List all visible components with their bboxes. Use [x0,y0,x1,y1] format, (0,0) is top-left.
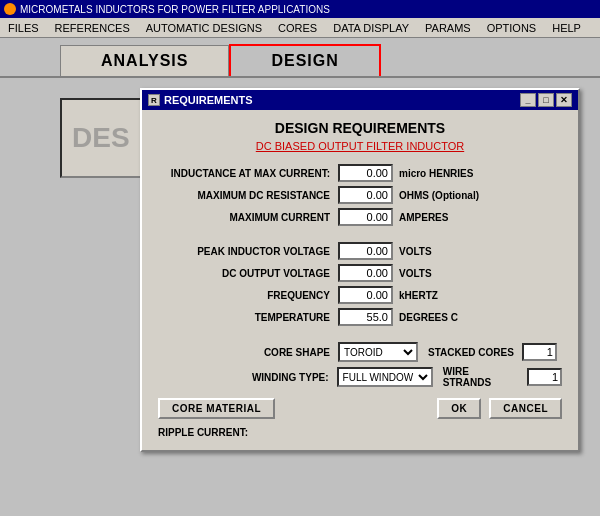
label-core-shape: CORE SHAPE [158,347,338,358]
label-dc-resistance: MAXIMUM DC RESISTANCE [158,190,338,201]
input-max-current[interactable] [338,208,393,226]
dialog-heading: DESIGN REQUIREMENTS [158,120,562,136]
ripple-current-row: RIPPLE CURRENT: [158,427,562,438]
label-dc-output-voltage: DC OUTPUT VOLTAGE [158,268,338,279]
menu-bar: FILES REFERENCES AUTOMATIC DESIGNS CORES… [0,18,600,38]
spacer1 [158,230,562,242]
stacked-cores-group: STACKED CORES [428,343,557,361]
label-max-current: MAXIMUM CURRENT [158,212,338,223]
menu-help[interactable]: HELP [544,20,589,36]
requirements-dialog: R REQUIREMENTS _ □ ✕ DESIGN REQUIREMENTS… [140,88,580,452]
label-frequency: FREQUENCY [158,290,338,301]
field-frequency: FREQUENCY kHERTZ [158,286,562,304]
select-winding-type[interactable]: FULL WINDOW HALF WINDOW [337,367,433,387]
select-core-shape[interactable]: TOROID EE EC ETD RM POT [338,342,418,362]
label-winding-type: WINDING TYPE: [158,372,337,383]
input-dc-resistance[interactable] [338,186,393,204]
input-stacked-cores[interactable] [522,343,557,361]
dialog-content: DESIGN REQUIREMENTS DC BIASED OUTPUT FIL… [142,110,578,450]
input-temperature[interactable] [338,308,393,326]
close-button[interactable]: ✕ [556,93,572,107]
label-stacked-cores: STACKED CORES [428,347,514,358]
input-dc-output-voltage[interactable] [338,264,393,282]
minimize-button[interactable]: _ [520,93,536,107]
app-title: MICROMETALS INDUCTORS FOR POWER FILTER A… [20,4,330,15]
dialog-controls: _ □ ✕ [520,93,572,107]
dialog-title-left: R REQUIREMENTS [148,94,253,106]
dialog-title: REQUIREMENTS [164,94,253,106]
menu-automatic-designs[interactable]: AUTOMATIC DESIGNS [138,20,270,36]
menu-files[interactable]: FILES [0,20,47,36]
menu-options[interactable]: OPTIONS [479,20,545,36]
core-material-button[interactable]: CORE MATERIAL [158,398,275,419]
button-row: CORE MATERIAL OK CANCEL [158,398,562,419]
label-wire-strands: WIRE STRANDS [443,366,519,388]
menu-params[interactable]: PARAMS [417,20,479,36]
unit-inductance: micro HENRIES [399,168,473,179]
spacer2 [158,330,562,342]
app-icon [4,3,16,15]
dialog-title-bar: R REQUIREMENTS _ □ ✕ [142,90,578,110]
restore-button[interactable]: □ [538,93,554,107]
unit-peak-voltage: VOLTS [399,246,432,257]
input-inductance[interactable] [338,164,393,182]
main-tabs: ANALYSIS DESIGN [0,38,600,78]
label-peak-voltage: PEAK INDUCTOR VOLTAGE [158,246,338,257]
menu-cores[interactable]: CORES [270,20,325,36]
unit-max-current: AMPERES [399,212,448,223]
menu-data-display[interactable]: DATA DISPLAY [325,20,417,36]
menu-references[interactable]: REFERENCES [47,20,138,36]
unit-dc-resistance: OHMS (Optional) [399,190,479,201]
unit-dc-output-voltage: VOLTS [399,268,432,279]
field-winding-type: WINDING TYPE: FULL WINDOW HALF WINDOW WI… [158,366,562,388]
field-dc-output-voltage: DC OUTPUT VOLTAGE VOLTS [158,264,562,282]
tab-analysis[interactable]: ANALYSIS [60,45,229,76]
field-max-current: MAXIMUM CURRENT AMPERES [158,208,562,226]
input-wire-strands[interactable] [527,368,562,386]
ripple-current-label: RIPPLE CURRENT: [158,427,248,438]
label-temperature: TEMPERATURE [158,312,338,323]
ok-button[interactable]: OK [437,398,481,419]
field-inductance: INDUCTANCE AT MAX CURRENT: micro HENRIES [158,164,562,182]
field-peak-voltage: PEAK INDUCTOR VOLTAGE VOLTS [158,242,562,260]
background-area: DES R REQUIREMENTS _ □ ✕ DESIGN REQUIREM… [0,78,600,516]
right-buttons: OK CANCEL [437,398,562,419]
title-bar: MICROMETALS INDUCTORS FOR POWER FILTER A… [0,0,600,18]
field-core-shape: CORE SHAPE TOROID EE EC ETD RM POT STACK… [158,342,562,362]
field-dc-resistance: MAXIMUM DC RESISTANCE OHMS (Optional) [158,186,562,204]
wire-strands-group: WIRE STRANDS [443,366,562,388]
dialog-icon: R [148,94,160,106]
dialog-subtitle[interactable]: DC BIASED OUTPUT FILTER INDUCTOR [158,140,562,152]
unit-frequency: kHERTZ [399,290,438,301]
tab-design[interactable]: DESIGN [229,44,380,76]
label-inductance: INDUCTANCE AT MAX CURRENT: [158,168,338,179]
bg-panel-text: DES [72,122,130,154]
cancel-button[interactable]: CANCEL [489,398,562,419]
input-peak-voltage[interactable] [338,242,393,260]
unit-temperature: DEGREES C [399,312,458,323]
input-frequency[interactable] [338,286,393,304]
field-temperature: TEMPERATURE DEGREES C [158,308,562,326]
